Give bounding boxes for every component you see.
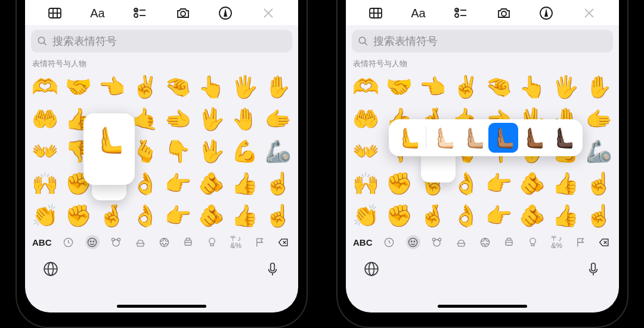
- cat-recent-icon[interactable]: [382, 235, 397, 249]
- emoji-cell[interactable]: ✌️: [449, 72, 482, 103]
- emoji-cell[interactable]: ☝️: [582, 200, 615, 231]
- mic-icon[interactable]: [264, 260, 281, 278]
- emoji-cell[interactable]: 🙌: [349, 168, 383, 199]
- cat-objects-icon[interactable]: [205, 235, 219, 249]
- skin-tone-option[interactable]: 🫷🏼: [459, 123, 488, 153]
- skin-tone-option[interactable]: 🫷🏿: [548, 123, 578, 153]
- emoji-cell[interactable]: ✌️: [128, 72, 162, 103]
- abc-button[interactable]: ABC: [353, 237, 373, 247]
- emoji-cell[interactable]: ☝️: [582, 168, 615, 199]
- emoji-cell[interactable]: 🫲: [162, 104, 195, 135]
- emoji-cell[interactable]: 👍: [228, 200, 262, 231]
- camera-icon[interactable]: [492, 5, 516, 21]
- skin-tone-option[interactable]: 🫷🏽: [488, 123, 518, 153]
- emoji-cell[interactable]: 👆: [195, 72, 228, 103]
- emoji-cell[interactable]: 🤏: [482, 72, 516, 103]
- emoji-cell[interactable]: 👈: [95, 72, 129, 103]
- markup-icon[interactable]: [534, 5, 558, 21]
- cat-recent-icon[interactable]: [61, 235, 76, 249]
- emoji-search-input[interactable]: 搜索表情符号: [352, 30, 613, 52]
- emoji-cell[interactable]: 👍: [549, 168, 583, 199]
- skin-tone-option[interactable]: 🫷🏾: [518, 123, 548, 153]
- mic-icon[interactable]: [584, 260, 602, 278]
- emoji-cell[interactable]: 👐: [349, 136, 383, 167]
- emoji-cell[interactable]: 🦾: [261, 136, 295, 167]
- cat-objects-icon[interactable]: [525, 235, 540, 249]
- emoji-cell[interactable]: 👈: [416, 72, 450, 103]
- emoji-cell[interactable]: ✊: [383, 200, 416, 231]
- delete-icon[interactable]: [277, 235, 291, 249]
- close-icon[interactable]: [256, 5, 280, 21]
- cat-animals-icon[interactable]: [430, 235, 444, 249]
- emoji-cell[interactable]: 👇: [162, 136, 195, 167]
- cat-animals-icon[interactable]: [109, 235, 123, 249]
- emoji-cell[interactable]: 🤝: [62, 72, 95, 103]
- camera-icon[interactable]: [171, 5, 195, 21]
- delete-icon[interactable]: [597, 235, 612, 249]
- cat-food-icon[interactable]: [133, 235, 147, 249]
- emoji-cell[interactable]: 🤞: [95, 200, 129, 231]
- emoji-cell[interactable]: 🖐️: [549, 72, 583, 103]
- emoji-cell[interactable]: 🤝: [383, 72, 416, 103]
- emoji-cell[interactable]: 👍: [549, 200, 583, 231]
- skin-tone-option[interactable]: 🫷🏻: [429, 123, 459, 153]
- cat-food-icon[interactable]: [454, 235, 468, 249]
- emoji-cell[interactable]: 👉: [162, 168, 195, 199]
- emoji-cell[interactable]: 🤲: [349, 104, 383, 135]
- cat-travel-icon[interactable]: [181, 235, 195, 249]
- font-button[interactable]: Aa: [406, 5, 430, 21]
- emoji-cell[interactable]: ☝️: [261, 200, 295, 231]
- emoji-cell[interactable]: ☝️: [261, 168, 295, 199]
- emoji-cell[interactable]: 🖐️: [228, 72, 262, 103]
- close-icon[interactable]: [577, 5, 601, 21]
- checklist-icon[interactable]: [128, 5, 152, 21]
- abc-button[interactable]: ABC: [32, 237, 52, 247]
- globe-icon[interactable]: [42, 260, 60, 278]
- font-button[interactable]: Aa: [85, 5, 109, 21]
- emoji-cell[interactable]: 🫵: [516, 200, 549, 231]
- skin-tone-option[interactable]: 🫷: [394, 123, 423, 153]
- markup-icon[interactable]: [213, 5, 237, 21]
- emoji-cell[interactable]: 🖖: [195, 136, 228, 167]
- emoji-cell[interactable]: 👌: [449, 200, 482, 231]
- emoji-cell[interactable]: 👍: [228, 168, 262, 199]
- emoji-cell[interactable]: 💪: [228, 136, 262, 167]
- cat-smileys-icon[interactable]: [85, 235, 100, 249]
- emoji-cell[interactable]: 🫶: [29, 72, 62, 103]
- emoji-cell[interactable]: 👉: [162, 200, 195, 231]
- emoji-cell[interactable]: 🤚: [228, 104, 262, 135]
- emoji-cell[interactable]: 🤲: [29, 104, 62, 135]
- cat-activity-icon[interactable]: [478, 235, 492, 249]
- emoji-cell[interactable]: 👆: [516, 72, 549, 103]
- globe-icon[interactable]: [363, 260, 380, 278]
- table-icon[interactable]: [364, 5, 388, 21]
- emoji-cell[interactable]: 🫵: [516, 168, 549, 199]
- emoji-cell[interactable]: 👐: [29, 136, 62, 167]
- cat-flags-icon[interactable]: [253, 235, 267, 249]
- cat-travel-icon[interactable]: [501, 235, 516, 249]
- emoji-cell[interactable]: 👏: [349, 200, 383, 231]
- table-icon[interactable]: [43, 5, 67, 21]
- emoji-cell[interactable]: 🤏: [162, 72, 195, 103]
- emoji-cell[interactable]: 🫵: [195, 200, 228, 231]
- cat-flags-icon[interactable]: [574, 235, 588, 249]
- cat-symbols-icon[interactable]: 〒♪&%: [229, 235, 243, 249]
- emoji-cell[interactable]: 🫱: [261, 104, 295, 135]
- emoji-cell[interactable]: ✊: [62, 200, 95, 231]
- emoji-cell[interactable]: 👉: [482, 168, 516, 199]
- emoji-cell[interactable]: 🤞: [416, 200, 450, 231]
- emoji-cell[interactable]: 👉: [482, 200, 516, 231]
- emoji-search-input[interactable]: 搜索表情符号: [31, 30, 292, 52]
- emoji-cell[interactable]: 🫱: [582, 104, 615, 135]
- emoji-cell[interactable]: 🖖: [195, 104, 228, 135]
- emoji-cell[interactable]: 🙌: [29, 168, 62, 199]
- emoji-cell[interactable]: ✋: [582, 72, 615, 103]
- emoji-cell[interactable]: 👏: [29, 200, 62, 231]
- emoji-cell[interactable]: 🦾: [582, 136, 615, 167]
- emoji-cell[interactable]: 🫵: [195, 168, 228, 199]
- emoji-cell[interactable]: ✋: [261, 72, 295, 103]
- checklist-icon[interactable]: [449, 5, 473, 21]
- emoji-cell[interactable]: ✊: [383, 168, 416, 199]
- cat-activity-icon[interactable]: [157, 235, 171, 249]
- cat-symbols-icon[interactable]: 〒♪&%: [550, 235, 564, 249]
